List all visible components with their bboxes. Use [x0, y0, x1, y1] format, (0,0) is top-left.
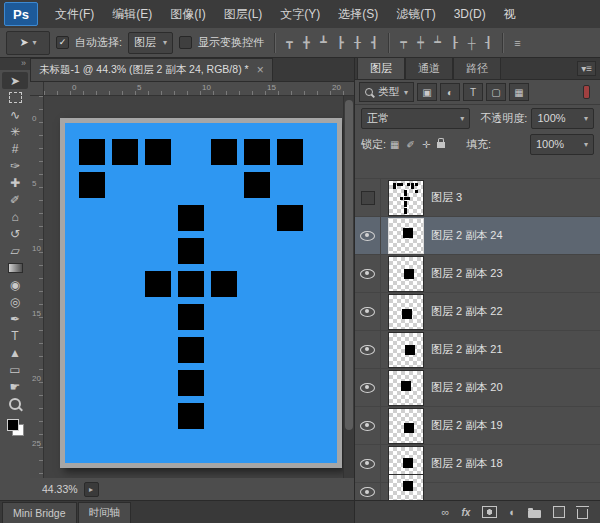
- filter-pixel-layers-icon[interactable]: ▣: [417, 83, 437, 101]
- layer-thumbnail[interactable]: [388, 332, 424, 368]
- distribute-right-edges-icon[interactable]: ┨: [481, 36, 496, 49]
- type-tool[interactable]: T: [2, 327, 28, 344]
- layer-row[interactable]: 图层 2 副本 24: [355, 217, 600, 255]
- eraser-tool[interactable]: ▱: [2, 242, 28, 259]
- bottom-tab-timeline[interactable]: 时间轴: [78, 502, 132, 523]
- document-tab[interactable]: 未标题-1 @ 44.3% (图层 2 副本 24, RGB/8) * ×: [30, 58, 273, 81]
- show-transform-checkbox[interactable]: [179, 36, 192, 49]
- brush-tool[interactable]: ✐: [2, 191, 28, 208]
- layer-row[interactable]: 图层 2 副本 23: [355, 255, 600, 293]
- layer-thumbnail[interactable]: [388, 294, 424, 330]
- layer-thumbnail[interactable]: [388, 256, 424, 292]
- layer-visibility-toggle[interactable]: [355, 293, 381, 330]
- layer-thumbnail[interactable]: [388, 370, 424, 406]
- shape-tool[interactable]: ▭: [2, 361, 28, 378]
- layer-visibility-toggle[interactable]: [355, 445, 381, 482]
- layer-visibility-toggle[interactable]: [355, 331, 381, 368]
- lock-transparent-pixels-icon[interactable]: ▦: [390, 139, 399, 150]
- distribute-horizontal-centers-icon[interactable]: ┼: [464, 37, 479, 49]
- canvas-document[interactable]: [60, 118, 342, 468]
- filter-smart-objects-icon[interactable]: ▦: [509, 83, 529, 101]
- align-right-edges-icon[interactable]: ┫: [367, 36, 382, 49]
- clone-stamp-tool[interactable]: ⌂: [2, 208, 28, 225]
- zoom-level[interactable]: 44.33%: [42, 483, 78, 495]
- vertical-scrollbar[interactable]: [343, 96, 354, 478]
- pen-tool[interactable]: ✒: [2, 310, 28, 327]
- healing-brush-tool[interactable]: ✚: [2, 174, 28, 191]
- menu-layer[interactable]: 图层(L): [215, 0, 272, 28]
- layer-row[interactable]: [355, 483, 600, 500]
- gradient-tool[interactable]: [2, 259, 28, 276]
- distribute-vertical-centers-icon[interactable]: ┿: [413, 36, 428, 49]
- delete-layer-icon[interactable]: [577, 506, 588, 519]
- blur-tool[interactable]: ◉: [2, 276, 28, 293]
- layer-row[interactable]: 图层 3: [355, 179, 600, 217]
- path-selection-tool[interactable]: ▲: [2, 344, 28, 361]
- new-group-icon[interactable]: [528, 507, 541, 518]
- crop-tool[interactable]: #: [2, 140, 28, 157]
- layer-visibility-toggle[interactable]: [355, 483, 381, 500]
- layer-thumbnail[interactable]: [388, 408, 424, 444]
- lock-position-icon[interactable]: ✛: [422, 139, 430, 150]
- filter-type-dropdown[interactable]: 类型 ▾: [359, 82, 414, 102]
- layer-visibility-toggle[interactable]: [355, 255, 381, 292]
- lock-image-pixels-icon[interactable]: ✐: [407, 139, 415, 150]
- menu-type[interactable]: 文字(Y): [271, 0, 329, 28]
- auto-align-layers-icon[interactable]: ≡: [510, 37, 525, 49]
- align-left-edges-icon[interactable]: ┣: [333, 36, 348, 49]
- menu-filter[interactable]: 滤镜(T): [387, 0, 444, 28]
- tool-preset-picker[interactable]: ➤ ▾: [6, 31, 50, 55]
- auto-select-target-dropdown[interactable]: 图层 ▾: [128, 32, 173, 54]
- distribute-left-edges-icon[interactable]: ┠: [447, 36, 462, 49]
- menu-view[interactable]: 视: [495, 0, 525, 28]
- filter-type-layers-icon[interactable]: T: [463, 83, 483, 101]
- hand-tool[interactable]: ☛: [2, 378, 28, 395]
- layer-visibility-toggle[interactable]: [355, 369, 381, 406]
- link-layers-icon[interactable]: ∞: [442, 506, 450, 518]
- toolstrip-collapse-icon[interactable]: »: [0, 58, 30, 70]
- status-info-icon[interactable]: ▸: [84, 482, 99, 497]
- foreground-color-swatch[interactable]: [7, 419, 19, 431]
- new-layer-icon[interactable]: [553, 506, 565, 518]
- bottom-tab-mini-bridge[interactable]: Mini Bridge: [2, 502, 77, 523]
- zoom-tool[interactable]: [2, 395, 28, 412]
- move-tool[interactable]: ➤: [2, 72, 28, 89]
- layer-style-icon[interactable]: fx: [461, 507, 470, 518]
- distribute-top-edges-icon[interactable]: ┯: [396, 36, 411, 49]
- opacity-dropdown[interactable]: 100% ▾: [531, 108, 594, 129]
- align-horizontal-centers-icon[interactable]: ╂: [350, 36, 365, 49]
- layer-thumbnail[interactable]: [388, 180, 424, 216]
- layer-row[interactable]: 图层 2 副本 21: [355, 331, 600, 369]
- layer-row[interactable]: 图层 2 副本 20: [355, 369, 600, 407]
- horizontal-ruler[interactable]: 05101520: [44, 82, 354, 96]
- history-brush-tool[interactable]: ↺: [2, 225, 28, 242]
- filter-adjustment-layers-icon[interactable]: ◐: [440, 83, 460, 101]
- lock-all-icon[interactable]: [437, 138, 445, 150]
- fill-dropdown[interactable]: 100% ▾: [530, 134, 594, 155]
- menu-file[interactable]: 文件(F): [46, 0, 103, 28]
- eyedropper-tool[interactable]: ✑: [2, 157, 28, 174]
- rectangular-marquee-tool[interactable]: [2, 89, 28, 106]
- vertical-ruler[interactable]: 0510152025: [30, 96, 44, 478]
- panel-menu-icon[interactable]: ▾≡: [577, 61, 596, 76]
- layer-visibility-toggle[interactable]: [355, 407, 381, 444]
- panel-tab-channels[interactable]: 通道: [405, 57, 453, 79]
- close-icon[interactable]: ×: [257, 63, 264, 77]
- new-adjustment-layer-icon[interactable]: ◐: [509, 506, 516, 518]
- menu-image[interactable]: 图像(I): [161, 0, 214, 28]
- auto-select-checkbox[interactable]: ✓: [56, 36, 69, 49]
- layer-row[interactable]: 图层 2 副本 19: [355, 407, 600, 445]
- menu-edit[interactable]: 编辑(E): [103, 0, 161, 28]
- quick-selection-tool[interactable]: ✳: [2, 123, 28, 140]
- layer-thumbnail[interactable]: [388, 474, 424, 501]
- distribute-bottom-edges-icon[interactable]: ┷: [430, 36, 445, 49]
- blend-mode-dropdown[interactable]: 正常 ▾: [361, 108, 470, 129]
- menu-3d[interactable]: 3D(D): [445, 0, 495, 28]
- color-swatches[interactable]: [7, 419, 24, 436]
- panel-tab-paths[interactable]: 路径: [453, 57, 501, 79]
- align-bottom-edges-icon[interactable]: ┻: [316, 36, 331, 49]
- filter-toggle-icon[interactable]: [576, 83, 596, 101]
- dodge-tool[interactable]: ◎: [2, 293, 28, 310]
- add-layer-mask-icon[interactable]: [482, 506, 497, 518]
- align-vertical-centers-icon[interactable]: ╋: [299, 36, 314, 49]
